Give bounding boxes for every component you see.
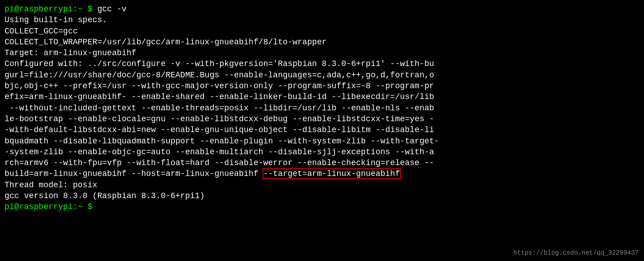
terminal-line-18: pi@raspberrypi:~ $ bbox=[5, 201, 639, 212]
prompt: pi@raspberrypi:~ $ bbox=[5, 202, 97, 211]
terminal: pi@raspberrypi:~ $ gcc -vUsing built-in … bbox=[0, 0, 644, 261]
terminal-line-0: pi@raspberrypi:~ $ gcc -v bbox=[5, 4, 639, 14]
terminal-line-15: build=arm-linux-gnueabihf --host=arm-lin… bbox=[5, 168, 639, 179]
terminal-line-7: bjc,obj-c++ --prefix=/usr --with-gcc-maj… bbox=[5, 81, 639, 91]
terminal-line-10: le-bootstrap --enable-clocale=gnu --enab… bbox=[5, 114, 639, 124]
terminal-line-16: Thread model: posix bbox=[5, 180, 639, 190]
terminal-line-17: gcc version 8.3.0 (Raspbian 8.3.0-6+rpi1… bbox=[5, 190, 639, 201]
terminal-line-14: rch=armv6 --with-fpu=vfp --with-float=ha… bbox=[5, 157, 639, 168]
terminal-line-2: COLLECT_GCC=gcc bbox=[5, 26, 639, 37]
command-text: gcc -v bbox=[97, 5, 127, 14]
terminal-line-9: --without-included-gettext --enable-thre… bbox=[5, 103, 639, 114]
highlighted-target: --target=arm-linux-gnueabihf bbox=[263, 169, 400, 178]
prompt: pi@raspberrypi:~ $ bbox=[5, 5, 97, 14]
terminal-line-12: bquadmath --disable-libquadmath-support … bbox=[5, 136, 639, 147]
terminal-line-6: gurl=file:///usr/share/doc/gcc-8/README.… bbox=[5, 70, 639, 81]
terminal-line-1: Using built-in specs. bbox=[5, 14, 639, 25]
watermark: https://blog.csdn.net/qq_32299437 bbox=[513, 249, 639, 257]
line-before: build=arm-linux-gnueabihf --host=arm-lin… bbox=[5, 169, 263, 178]
terminal-line-8: efix=arm-linux-gnueabihf- --enable-share… bbox=[5, 91, 639, 102]
terminal-line-5: Configured with: ../src/configure -v --w… bbox=[5, 58, 639, 69]
terminal-line-13: -system-zlib --enable-objc-gc=auto --ena… bbox=[5, 147, 639, 157]
terminal-line-4: Target: arm-linux-gnueabihf bbox=[5, 47, 639, 58]
terminal-line-11: -with-default-libstdcxx-abi=new --enable… bbox=[5, 124, 639, 135]
terminal-line-3: COLLECT_LTO_WRAPPER=/usr/lib/gcc/arm-lin… bbox=[5, 37, 639, 47]
